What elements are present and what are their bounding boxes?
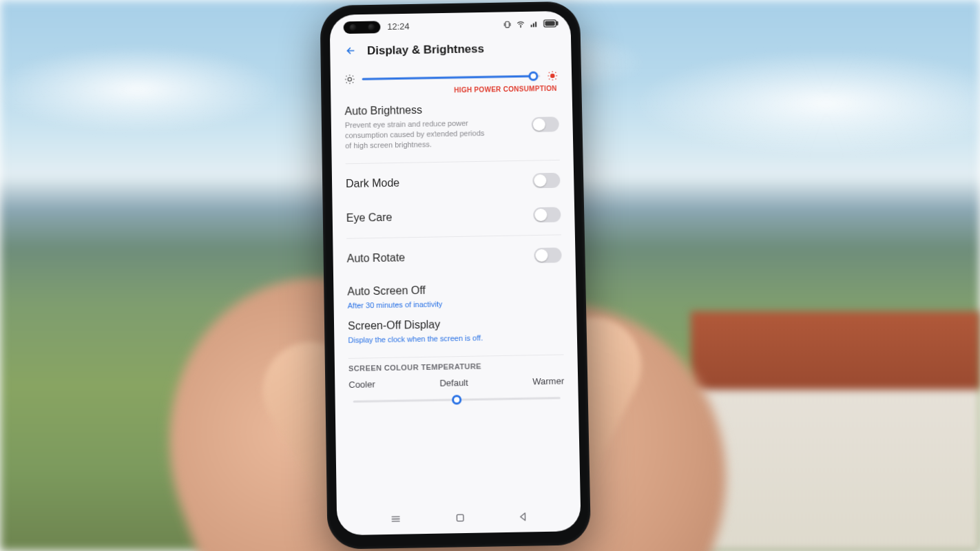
- svg-rect-7: [545, 21, 554, 26]
- auto-screen-off-desc: After 30 minutes of inactivity: [348, 299, 443, 311]
- svg-rect-10: [457, 514, 463, 521]
- page-header: Display & Brightness: [330, 35, 572, 68]
- back-button[interactable]: [344, 45, 357, 56]
- signal-icon: [530, 19, 539, 28]
- background-roof: [691, 193, 980, 551]
- row-auto-screen-off[interactable]: Auto Screen Off After 30 minutes of inac…: [347, 272, 563, 315]
- status-time: 12:24: [387, 21, 410, 31]
- battery-icon: [543, 19, 559, 28]
- vibrate-icon: [503, 20, 512, 29]
- auto-brightness-desc: Prevent eye strain and reduce power cons…: [345, 118, 490, 151]
- colour-temp-labels: Cooler Default Warmer: [348, 376, 564, 391]
- svg-point-9: [551, 74, 554, 77]
- colour-temp-default: Default: [439, 377, 468, 388]
- phone-screen[interactable]: 12:24 Display & Brightness: [330, 11, 581, 536]
- brightness-high-icon: [547, 70, 558, 81]
- svg-point-8: [348, 78, 351, 81]
- row-dark-mode[interactable]: Dark Mode: [346, 163, 561, 200]
- row-eye-care[interactable]: Eye Care: [346, 197, 561, 235]
- phone: 12:24 Display & Brightness: [320, 1, 591, 550]
- settings-content[interactable]: HIGH POWER CONSUMPTION Auto Brightness P…: [331, 64, 581, 505]
- brightness-slider[interactable]: [362, 70, 541, 85]
- page-title: Display & Brightness: [367, 42, 484, 58]
- svg-rect-6: [556, 21, 558, 25]
- screen-off-display-label: Screen-Off Display: [348, 318, 483, 333]
- brightness-low-icon: [344, 74, 355, 85]
- menu-icon: [388, 513, 402, 525]
- svg-rect-4: [535, 21, 536, 27]
- system-navbar: [337, 501, 581, 536]
- arrow-left-icon: [344, 45, 357, 56]
- brightness-slider-fill: [362, 75, 533, 80]
- row-auto-brightness[interactable]: Auto Brightness Prevent eye strain and r…: [344, 92, 559, 160]
- colour-temp-thumb[interactable]: [452, 395, 461, 405]
- eye-care-label: Eye Care: [346, 211, 393, 224]
- svg-rect-2: [531, 25, 532, 27]
- svg-rect-0: [505, 21, 510, 28]
- colour-temp-slider[interactable]: [353, 389, 561, 410]
- nav-home-button[interactable]: [455, 512, 466, 523]
- screen-off-display-desc: Display the clock when the screen is off…: [348, 333, 483, 346]
- auto-brightness-label: Auto Brightness: [344, 103, 488, 117]
- wifi-icon: [516, 19, 525, 28]
- eye-care-toggle[interactable]: [533, 207, 561, 222]
- colour-temp-section-label: SCREEN COLOUR TEMPERATURE: [348, 361, 564, 373]
- brightness-slider-thumb[interactable]: [528, 72, 538, 81]
- auto-rotate-label: Auto Rotate: [347, 251, 406, 264]
- nav-recent-button[interactable]: [388, 513, 402, 525]
- colour-temp-warmer: Warmer: [532, 376, 564, 387]
- svg-rect-3: [533, 23, 534, 26]
- colour-temp-cooler: Cooler: [348, 380, 375, 391]
- row-screen-off-display[interactable]: Screen-Off Display Display the clock whe…: [348, 311, 563, 355]
- brightness-slider-row: [344, 70, 559, 85]
- status-icons: [503, 19, 559, 28]
- svg-point-1: [521, 26, 521, 27]
- dark-mode-label: Dark Mode: [346, 176, 399, 189]
- row-auto-rotate[interactable]: Auto Rotate: [346, 238, 562, 276]
- separator: [348, 355, 564, 359]
- camera-cutout: [344, 21, 381, 34]
- square-icon: [455, 512, 466, 523]
- auto-rotate-toggle[interactable]: [534, 247, 561, 263]
- auto-screen-off-label: Auto Screen Off: [347, 284, 442, 298]
- triangle-left-icon: [518, 511, 529, 522]
- auto-brightness-toggle[interactable]: [532, 117, 559, 133]
- dark-mode-toggle[interactable]: [532, 172, 560, 188]
- nav-back-button[interactable]: [518, 511, 529, 522]
